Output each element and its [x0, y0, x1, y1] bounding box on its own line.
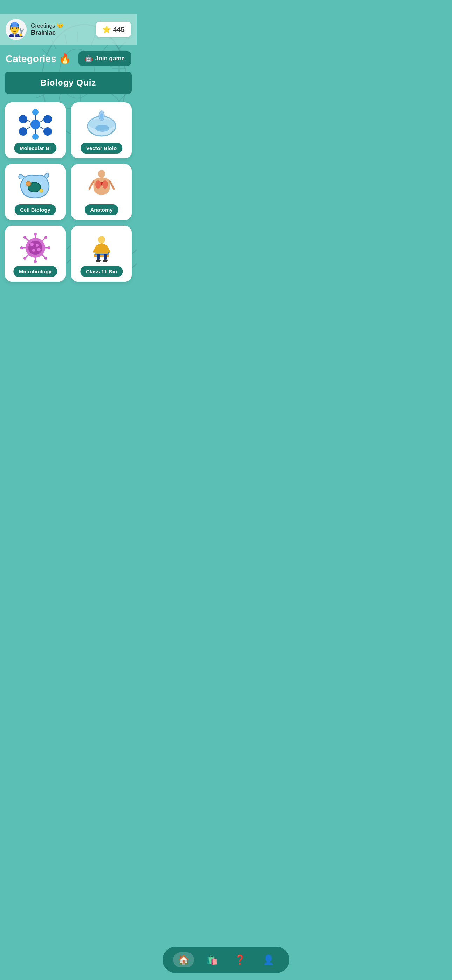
avatar: 👨‍🔧 — [6, 19, 27, 40]
categories-row: Categories 🔥 🤖 Join game — [0, 45, 137, 69]
card-class11-bio-illustration — [71, 229, 132, 267]
avatar-emoji: 👨‍🔧 — [8, 22, 24, 37]
greeting-text: Greetings 🤝 — [31, 22, 64, 29]
card-molecular-bio-label: Molecular Bi — [14, 143, 56, 154]
svg-point-35 — [43, 115, 52, 123]
svg-line-76 — [42, 255, 45, 257]
svg-point-33 — [30, 119, 40, 129]
svg-point-67 — [20, 247, 23, 249]
svg-point-80 — [32, 249, 35, 252]
svg-line-70 — [26, 238, 29, 241]
header-left: 👨‍🔧 Greetings 🤝 Brainiac — [6, 19, 64, 40]
robot-icon: 🤖 — [85, 55, 92, 62]
svg-point-36 — [19, 127, 27, 136]
username-text: Brainiac — [31, 29, 64, 37]
svg-point-65 — [34, 260, 37, 263]
svg-line-42 — [27, 120, 30, 122]
card-microbiology[interactable]: Microbiology — [5, 226, 65, 282]
svg-point-79 — [36, 244, 38, 247]
card-vector-bio-illustration — [71, 105, 132, 144]
card-molecular-bio[interactable]: Molecular Bi — [5, 102, 65, 158]
svg-point-38 — [32, 109, 38, 115]
categories-title: Categories 🔥 — [6, 53, 72, 65]
card-cell-bio[interactable]: Cell Biology — [5, 164, 65, 220]
svg-point-54 — [40, 189, 43, 192]
card-microbiology-illustration — [5, 229, 65, 267]
svg-line-59 — [110, 181, 114, 189]
score-badge: ⭐ 445 — [96, 22, 131, 37]
svg-point-39 — [32, 134, 38, 140]
svg-point-89 — [103, 259, 108, 262]
svg-rect-86 — [97, 254, 100, 260]
join-game-label: Join game — [95, 55, 125, 62]
card-anatomy[interactable]: Anatomy — [71, 164, 132, 220]
svg-line-72 — [42, 238, 45, 241]
greeting-block: Greetings 🤝 Brainiac — [31, 22, 64, 37]
svg-point-73 — [45, 236, 47, 239]
svg-line-45 — [40, 127, 43, 129]
svg-line-58 — [89, 181, 94, 189]
card-cell-bio-illustration — [5, 167, 65, 205]
svg-point-75 — [24, 257, 26, 260]
svg-point-77 — [45, 257, 47, 260]
svg-point-57 — [102, 180, 108, 189]
svg-point-88 — [95, 259, 100, 262]
join-game-button[interactable]: 🤖 Join game — [78, 51, 131, 66]
card-anatomy-label: Anatomy — [84, 204, 118, 215]
svg-point-63 — [34, 233, 37, 235]
svg-point-56 — [95, 180, 101, 189]
card-anatomy-illustration — [71, 167, 132, 205]
quiz-banner-text: Biology Quiz — [41, 78, 96, 87]
quiz-banner[interactable]: Biology Quiz — [5, 72, 132, 94]
svg-line-44 — [27, 127, 30, 129]
svg-point-49 — [95, 125, 109, 132]
svg-point-34 — [19, 115, 27, 123]
svg-point-85 — [98, 236, 105, 243]
svg-point-51 — [100, 113, 103, 119]
card-microbiology-label: Microbiology — [13, 266, 57, 277]
svg-point-69 — [48, 247, 51, 249]
card-class11-bio[interactable]: Class 11 Bio — [71, 226, 132, 282]
cards-grid: Molecular Bi Vector Biolo — [0, 100, 137, 285]
svg-point-78 — [30, 243, 33, 246]
svg-line-43 — [40, 120, 43, 122]
header: 👨‍🔧 Greetings 🤝 Brainiac ⭐ 445 — [0, 14, 137, 45]
svg-point-37 — [43, 127, 52, 136]
svg-rect-87 — [104, 254, 107, 260]
svg-point-71 — [24, 236, 26, 239]
card-cell-bio-label: Cell Biology — [14, 204, 56, 215]
card-vector-bio-label: Vector Biolo — [81, 143, 123, 154]
score-value: 445 — [113, 25, 125, 33]
svg-point-55 — [98, 170, 105, 178]
star-icon: ⭐ — [102, 25, 111, 33]
svg-point-81 — [37, 248, 41, 251]
svg-point-53 — [26, 181, 31, 186]
card-molecular-bio-illustration — [5, 105, 65, 144]
card-vector-bio[interactable]: Vector Biolo — [71, 102, 132, 158]
svg-point-61 — [29, 241, 42, 255]
card-class11-bio-label: Class 11 Bio — [80, 266, 123, 277]
svg-line-74 — [26, 255, 29, 257]
